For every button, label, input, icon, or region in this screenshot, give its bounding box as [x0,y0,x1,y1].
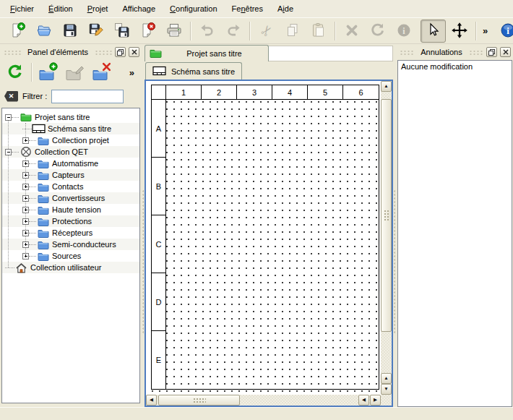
scroll-up-button[interactable]: ▲ [381,373,392,384]
delete-category-button[interactable] [90,61,112,83]
menu-aide[interactable]: Aide [270,0,301,17]
info-button[interactable]: i [391,20,416,43]
dock-close-button[interactable] [129,47,139,57]
tree-item-label: Semi-conducteurs [52,240,116,249]
dock-float-button[interactable] [115,47,126,57]
tree-item-convertisseurs[interactable]: Convertisseurs [2,192,139,204]
save-as-button[interactable] [83,20,108,43]
elements-panel-titlebar[interactable]: Panel d'éléments [0,44,142,59]
close-file-button[interactable] [135,20,160,43]
diagram-sheet[interactable]: 123456ABCDE [151,85,379,390]
paste-button[interactable] [306,20,331,43]
rotate-button[interactable] [365,20,390,43]
diagram-canvas[interactable]: 123456ABCDE [146,81,392,406]
edit-category-button[interactable] [64,61,85,83]
reload-collections-button[interactable] [4,61,26,83]
element-tree[interactable]: Projet sans titreSchéma sans titreCollec… [1,108,140,403]
tree-expander-plus[interactable] [22,241,29,248]
home-icon [14,262,28,273]
toolbar-overflow-chevron[interactable]: » [480,25,491,36]
redo-button[interactable] [220,20,246,43]
tree-item-collection-qet[interactable]: Collection QET [2,146,139,158]
filter-row: ✕ Filtrer : [0,86,142,106]
save-button[interactable] [57,20,82,43]
diagram-row-area[interactable] [166,158,379,215]
undo-button[interactable] [194,20,220,43]
right-splitter[interactable] [393,44,396,407]
tree-item-collection-utilisateur[interactable]: Collection utilisateur [2,262,139,273]
tree-expander-plus[interactable] [22,137,29,144]
save-all-button[interactable] [109,20,134,43]
tree-expander-plus[interactable] [22,195,29,202]
dock-close-button[interactable] [500,47,511,57]
project-tab[interactable]: Projet sans titre [145,45,269,61]
scissors-icon: ✂ [256,21,277,40]
print-button[interactable] [161,20,186,43]
dock-float-button[interactable] [486,47,497,57]
horizontal-scrollbar[interactable]: ◀ ◀ ▶ [146,395,381,406]
menu-affichage[interactable]: Affichage [115,0,163,17]
select-mode-button[interactable] [421,20,446,43]
tree-item-recepteurs[interactable]: Récepteurs [2,227,139,239]
tree-item-haute-tension[interactable]: Haute tension [2,204,139,215]
scroll-up-button[interactable]: ▲ [381,81,392,92]
schema-tab[interactable]: Schéma sans titre [145,62,242,80]
tree-item-label: Haute tension [52,205,101,214]
project-folder-icon [19,113,33,121]
tree-expander-plus[interactable] [22,184,29,190]
tree-expander-plus[interactable] [22,218,29,225]
tree-item-semi-conducteurs[interactable]: Semi-conducteurs [2,239,139,250]
undo-list-item[interactable]: Aucune modification [401,62,509,71]
folder-icon [36,205,50,215]
filter-label: Filtrer : [22,92,47,100]
undo-dock-titlebar[interactable]: Annulations [396,44,513,59]
menu-edition[interactable]: Édition [41,0,80,17]
new-project-button[interactable] [5,20,30,43]
menu-fenetres[interactable]: Fenêtres [225,0,270,17]
tree-expander-plus[interactable] [22,230,29,236]
tree-item-collection-projet[interactable]: Collection projet [2,134,139,146]
about-button[interactable]: i [495,20,513,43]
main-toolbar: ✂ i » i » [0,17,513,44]
menu-configuration[interactable]: Configuration [163,0,224,17]
vertical-scrollbar[interactable]: ▲ ▲ ▼ [381,81,392,395]
filter-input[interactable] [51,90,124,103]
tree-item-schema-sans-titre[interactable]: Schéma sans titre [2,123,139,134]
tree-item-capteurs[interactable]: Capteurs [2,169,139,181]
diagram-row-area[interactable] [166,215,379,273]
diagram-row-area[interactable] [166,273,379,331]
menu-fichier[interactable]: Fichier [3,0,41,17]
diagram-row-area[interactable] [166,331,379,389]
tree-item-protections[interactable]: Protections [2,215,139,227]
clear-filter-icon[interactable]: ✕ [4,91,18,102]
undo-list[interactable]: Aucune modification [397,60,512,407]
tree-item-projet-sans-titre[interactable]: Projet sans titre [2,111,139,123]
copy-button[interactable] [280,20,305,43]
scroll-left-button[interactable]: ◀ [358,395,369,406]
diagram-row-area[interactable] [166,100,379,158]
vertical-scroll-thumb[interactable] [381,99,392,332]
scroll-right-button[interactable]: ▶ [370,395,381,406]
scroll-down-button[interactable]: ▼ [381,384,392,395]
scroll-left-button[interactable]: ◀ [146,395,157,406]
cut-button[interactable]: ✂ [254,20,279,43]
new-category-button[interactable] [37,61,59,83]
tree-item-sources[interactable]: Sources [2,250,139,262]
menu-projet[interactable]: Projet [80,0,116,17]
pan-mode-button[interactable] [447,20,472,43]
tree-expander-plus[interactable] [22,207,29,213]
tree-expander-plus[interactable] [22,160,29,167]
panel-overflow-chevron[interactable]: » [126,67,137,78]
tree-expander-plus[interactable] [22,253,29,260]
open-project-button[interactable] [31,20,56,43]
tree-item-automatisme[interactable]: Automatisme [2,158,139,169]
delete-button[interactable] [339,20,364,43]
tree-expander-plus[interactable] [22,172,29,179]
redo-icon [225,22,242,40]
close-file-icon [139,22,157,40]
horizontal-scroll-thumb[interactable] [158,395,240,406]
diagram-icon [32,124,46,134]
tree-item-contacts[interactable]: Contacts [2,181,139,192]
tree-expander-minus[interactable] [5,149,12,155]
tree-expander-minus[interactable] [5,114,12,121]
